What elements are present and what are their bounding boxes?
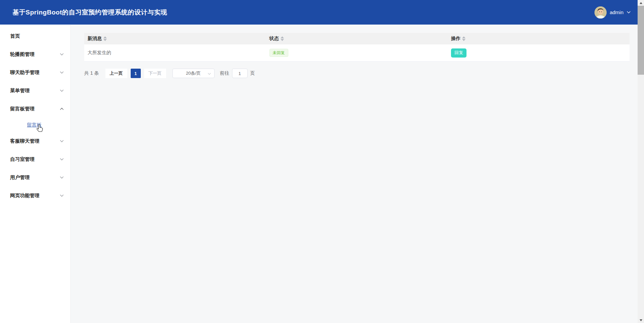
chevron-up-icon bbox=[60, 107, 64, 111]
scroll-down-icon[interactable] bbox=[638, 317, 644, 323]
sidebar-subitem-message-board[interactable]: 留言板 bbox=[0, 118, 70, 132]
chevron-down-icon bbox=[60, 88, 64, 93]
sidebar-item-study-room[interactable]: 自习室管理 bbox=[0, 150, 70, 168]
sidebar-item-home[interactable]: 首页 bbox=[0, 27, 70, 45]
user-menu[interactable]: admin bbox=[594, 6, 631, 19]
cell-message: 大所发生的 bbox=[84, 50, 266, 56]
cell-action: 回复 bbox=[448, 48, 630, 58]
page-number-button[interactable]: 1 bbox=[131, 69, 141, 78]
chevron-down-icon bbox=[60, 175, 64, 180]
status-badge: 未回复 bbox=[269, 49, 288, 57]
sort-carets-icon bbox=[281, 36, 284, 41]
chevron-down-icon bbox=[626, 10, 631, 14]
column-header-action[interactable]: 操作 bbox=[448, 36, 630, 42]
chevron-down-icon bbox=[60, 139, 64, 143]
page-size-select[interactable]: 20条/页 bbox=[172, 69, 215, 78]
next-page-button[interactable]: 下一页 bbox=[144, 69, 166, 78]
sort-carets-icon bbox=[103, 36, 107, 41]
table-row: 大所发生的 未回复 回复 bbox=[84, 44, 630, 62]
sidebar: 首页 轮播图管理 聊天助手管理 菜单管理 留言板管理 留言板 客 bbox=[0, 25, 71, 323]
top-navbar: 基于SpringBoot的自习室预约管理系统的设计与实现 admin bbox=[0, 0, 638, 25]
chevron-down-icon bbox=[60, 193, 64, 198]
pagination: 共 1 条 上一页 1 下一页 20条/页 前往 页 bbox=[84, 69, 630, 78]
sidebar-item-menu-mgmt[interactable]: 菜单管理 bbox=[0, 81, 70, 100]
goto-label: 前往 bbox=[220, 70, 229, 76]
prev-page-button[interactable]: 上一页 bbox=[105, 69, 127, 78]
pagination-total: 共 1 条 bbox=[84, 70, 99, 76]
sort-carets-icon bbox=[462, 36, 465, 41]
scroll-up-icon[interactable] bbox=[638, 0, 644, 6]
chevron-down-icon bbox=[60, 70, 64, 75]
scrollbar-thumb[interactable] bbox=[638, 6, 644, 75]
chevron-down-icon bbox=[207, 72, 211, 76]
page-title: 基于SpringBoot的自习室预约管理系统的设计与实现 bbox=[12, 8, 167, 17]
chevron-down-icon bbox=[60, 52, 64, 57]
message-table: 新消息 状态 操作 大所发生的 未回复 bbox=[84, 33, 630, 62]
cell-status: 未回复 bbox=[266, 49, 448, 57]
column-header-status[interactable]: 状态 bbox=[266, 36, 448, 42]
reply-button[interactable]: 回复 bbox=[451, 48, 466, 58]
content-area: 新消息 状态 操作 大所发生的 未回复 bbox=[71, 25, 638, 323]
app-window: 基于SpringBoot的自习室预约管理系统的设计与实现 admin 首页 bbox=[0, 0, 644, 323]
table-header-row: 新消息 状态 操作 bbox=[84, 33, 630, 44]
username: admin bbox=[610, 9, 623, 15]
column-header-message[interactable]: 新消息 bbox=[84, 36, 266, 42]
vertical-scrollbar[interactable] bbox=[638, 0, 644, 323]
sidebar-item-user-mgmt[interactable]: 用户管理 bbox=[0, 168, 70, 186]
goto-page-input[interactable] bbox=[232, 69, 248, 78]
page-unit-label: 页 bbox=[250, 70, 255, 76]
avatar bbox=[594, 6, 607, 19]
sidebar-item-customer-service[interactable]: 客服聊天管理 bbox=[0, 132, 70, 150]
sidebar-item-carousel[interactable]: 轮播图管理 bbox=[0, 45, 70, 63]
sidebar-item-chat-assistant[interactable]: 聊天助手管理 bbox=[0, 63, 70, 81]
chevron-down-icon bbox=[60, 157, 64, 162]
sidebar-item-web-function[interactable]: 网页功能管理 bbox=[0, 186, 70, 205]
sidebar-item-message-board-mgmt[interactable]: 留言板管理 bbox=[0, 100, 70, 118]
